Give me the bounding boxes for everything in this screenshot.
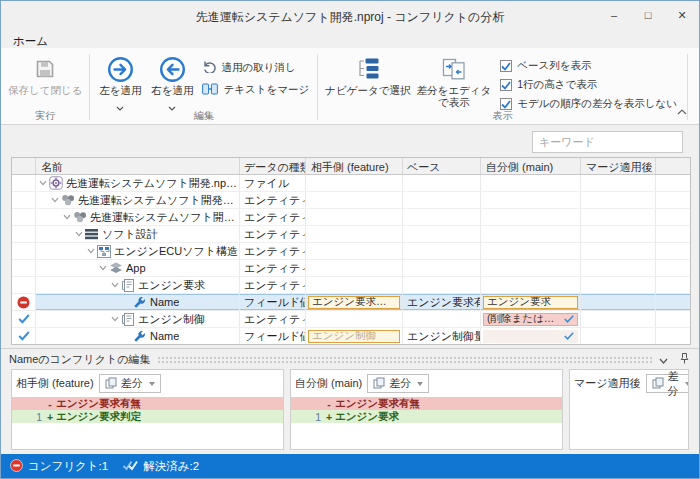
spacer-cell [656, 277, 690, 293]
diff-mode-button[interactable]: 差分 [646, 374, 689, 393]
undo-icon [202, 60, 216, 75]
spacer-cell [656, 226, 690, 242]
component-icon [120, 279, 135, 292]
main-side-cell [481, 209, 581, 225]
column-header-2[interactable]: データの種類 [240, 158, 306, 174]
conflict-icon [10, 459, 23, 474]
data-type-cell: フィールド値 [240, 294, 306, 310]
tree-expander-icon[interactable] [38, 180, 47, 186]
base-cell [403, 226, 481, 242]
view-checkbox-1[interactable]: 1行の高さで表示 [500, 78, 677, 92]
chevron-down-icon[interactable] [116, 97, 124, 103]
node-name: 先進運転システムソフト開発（Gitデモ） [78, 193, 239, 208]
ribbon-group-exec: 保存して閉じる 実行 [1, 50, 89, 124]
diff-copy-icon [652, 377, 664, 391]
table-row[interactable]: 先進運転システムソフト開発（Gitデモ）エンティティ [12, 209, 690, 226]
maximize-button[interactable]: □ [631, 1, 665, 29]
close-button[interactable]: ✕ [665, 1, 699, 29]
merged-cell [581, 277, 656, 293]
node-name: App [126, 262, 146, 274]
checkbox-icon[interactable] [500, 60, 512, 72]
floppy-icon [34, 54, 56, 84]
package-icon [60, 194, 75, 206]
table-row[interactable]: エンジン要求エンティティ [12, 277, 690, 294]
resolved-status-cell [12, 311, 36, 327]
table-row[interactable]: ソフト設計エンティティ [12, 226, 690, 243]
panel-collapse-icon[interactable] [659, 350, 668, 368]
merge-text-label: テキストをマージ [223, 83, 309, 97]
table-row[interactable]: エンジン制御エンティティ(削除または別ユニットに… [12, 311, 690, 328]
data-type-cell: エンティティ [240, 209, 306, 225]
merged-cell [581, 209, 656, 225]
diff-mode-label: 差分 [389, 376, 411, 391]
base-cell [403, 277, 481, 293]
tab-home[interactable]: ホーム [13, 34, 48, 49]
tree-expander-icon[interactable] [110, 316, 119, 322]
save-close-button[interactable]: 保存して閉じる [5, 52, 85, 98]
pin-icon[interactable] [680, 350, 689, 368]
column-header-3[interactable]: 相手側 (feature) [306, 158, 403, 174]
window-controls: – □ ✕ [597, 1, 699, 29]
diff-mode-label: 差分 [668, 369, 679, 399]
table-row[interactable]: Nameフィールド値エンジン要求判定エンジン要求有無エンジン要求 [12, 294, 690, 311]
column-header-4[interactable]: ベース [403, 158, 481, 174]
resolved-status-cell [12, 328, 36, 344]
view-checkbox-0[interactable]: ベース列を表示 [500, 59, 677, 73]
feature-side-cell [306, 209, 403, 225]
wrench-icon [132, 330, 147, 343]
tree-expander-icon[interactable] [62, 214, 71, 220]
tree-expander-icon[interactable] [86, 248, 95, 254]
spacer-cell [656, 175, 690, 191]
tree-expander-icon[interactable] [74, 231, 83, 237]
base-cell [403, 175, 481, 191]
select-navigator-button[interactable]: ナビゲータで選択 [322, 52, 413, 98]
tree-expander-icon[interactable] [98, 265, 107, 271]
group-label-view: 表示 [318, 109, 687, 123]
diff-line-sign: + [323, 411, 335, 423]
diff-line-removed[interactable]: -エンジン要求有無 [291, 397, 562, 410]
table-row[interactable]: 先進運転システムソフト開発.nproj の差分ファイル [12, 175, 690, 192]
chevron-down-icon[interactable] [168, 97, 176, 103]
row-status-cell [12, 226, 36, 242]
table-row[interactable]: 先進運転システムソフト開発（Gitデモ）エンティティ [12, 192, 690, 209]
table-row[interactable]: Nameフィールド値エンジン制御エンジン制御量 [12, 328, 690, 345]
diff-line-added[interactable]: 1+エンジン要求判定 [12, 410, 283, 423]
tree-expander-icon[interactable] [50, 197, 59, 203]
tree-expander-icon[interactable] [110, 282, 119, 288]
column-header-0[interactable] [12, 158, 36, 174]
data-type-cell: ファイル [240, 175, 306, 191]
search-input[interactable] [532, 131, 683, 153]
checkbox-icon[interactable] [500, 79, 512, 91]
table-row[interactable]: Appエンティティ [12, 260, 690, 277]
feature-side-cell: エンジン要求判定 [306, 294, 403, 310]
column-header-5[interactable]: 自分側 (main) [481, 158, 581, 174]
diff-line-added[interactable]: 1+エンジン要求 [291, 410, 562, 423]
apply-left-button[interactable]: 左を適用 [94, 52, 146, 105]
diff-mode-button[interactable]: 差分 [99, 374, 161, 393]
pane-header: 自分側 (main)差分 [291, 370, 562, 397]
diff-line-text: エンジン要求 [335, 410, 399, 424]
column-header-1[interactable]: 名前 [36, 158, 240, 174]
chevron-down-icon [417, 382, 423, 386]
chevron-down-icon [685, 382, 689, 386]
apply-right-label: 右を適用 [151, 84, 193, 96]
name-cell: Name [36, 294, 240, 310]
diff-mode-button[interactable]: 差分 [367, 374, 429, 393]
collapse-ribbon-icon[interactable] [677, 101, 687, 119]
chevron-down-icon [149, 382, 155, 386]
double-check-icon [122, 460, 138, 473]
row-status-cell [12, 192, 36, 208]
resolved-check-icon [564, 332, 574, 340]
column-header-7[interactable] [656, 158, 690, 174]
table-row[interactable]: エンジンECUソフト構造エンティティ [12, 243, 690, 260]
merge-text-button[interactable]: テキストをマージ [202, 83, 309, 97]
apply-right-button[interactable]: 右を適用 [146, 52, 198, 105]
column-header-6[interactable]: マージ適用後 [581, 158, 656, 174]
show-diff-editor-button[interactable]: 差分をエディタ で表示 [413, 52, 494, 110]
minimize-button[interactable]: – [597, 1, 631, 29]
project-icon [48, 176, 63, 190]
diff-line-removed[interactable]: -エンジン要求有無 [12, 397, 283, 410]
checkbox-label: ベース列を表示 [517, 59, 591, 73]
undo-apply-button[interactable]: 適用の取り消し [202, 60, 309, 75]
data-type-cell: フィールド値 [240, 328, 306, 344]
